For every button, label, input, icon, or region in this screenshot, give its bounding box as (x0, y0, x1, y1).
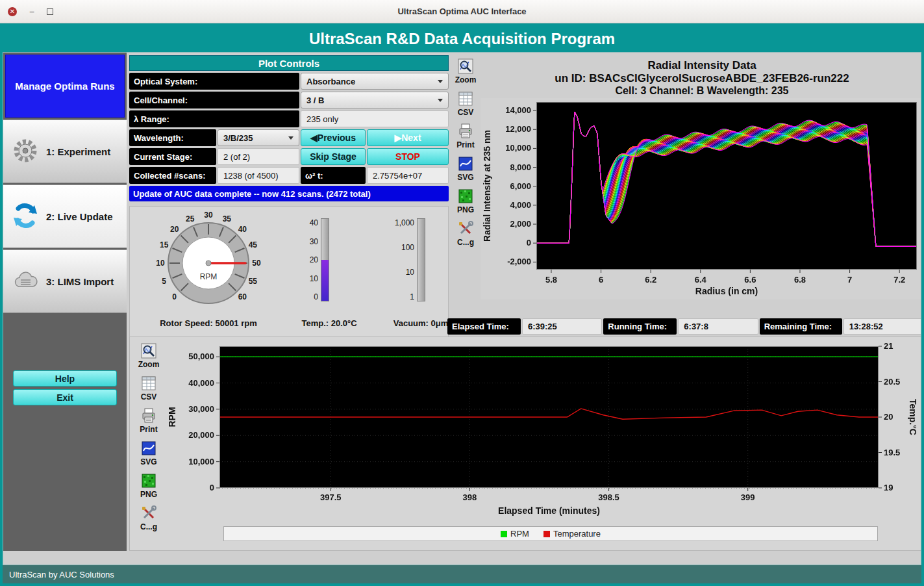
optical-system-select[interactable]: Absorbance (301, 73, 449, 90)
main-content: Manage Optima Runs 1: Experiment (3, 52, 921, 565)
rpm-dial-tick: 20 (170, 225, 179, 234)
omega2t-value: 2.75754e+07 (367, 167, 449, 184)
close-icon[interactable]: ✕ (8, 7, 17, 16)
rpm-swatch (501, 531, 507, 537)
collected-scans-label: Collected #scans: (129, 167, 216, 184)
legend-label: RPM (510, 529, 529, 539)
sidebar-item-label: 3: LIMS Import (46, 276, 114, 287)
rpm-plot-canvas[interactable] (166, 341, 916, 518)
previous-button[interactable]: ◀Previous (301, 129, 366, 146)
csv-button[interactable]: CSV (451, 90, 481, 117)
os-titlebar: ✕ – UltraScan Optima AUC Interface (0, 0, 924, 23)
rpm-dial-tick: 55 (249, 277, 258, 286)
rpm-dial-tick: 50 (252, 259, 261, 268)
rpm-plot-toolbar: Zoom CSV Print (134, 342, 164, 531)
tool-label: Print (451, 140, 481, 149)
running-time-label: Running Time: (603, 318, 677, 335)
status-bar: UltraScan by AUC Solutions (3, 565, 921, 583)
status-bar-text: UltraScan by AUC Solutions (9, 570, 114, 580)
manage-optima-runs-button[interactable]: Manage Optima Runs (5, 55, 125, 118)
chart-title: Radial Intensity Data (481, 59, 921, 72)
help-button[interactable]: Help (13, 370, 117, 387)
print-button[interactable]: Print (451, 123, 481, 149)
cell-channel-value: 3 / B (306, 96, 324, 105)
refresh-icon (11, 201, 40, 232)
csv-button[interactable]: CSV (134, 375, 164, 401)
rpm-dial-tick: 5 (162, 277, 166, 286)
vacuum-tick: 1,000 (390, 218, 414, 227)
chart-run-id: un ID: BSACsClGlycerolSucroseABDE_23FEB2… (481, 72, 921, 85)
chevron-down-icon (438, 99, 443, 102)
window-title: UltraScan Optima AUC Interface (397, 6, 526, 16)
tool-label: Zoom (134, 360, 164, 369)
radial-plot-canvas[interactable] (481, 98, 921, 299)
zoom-button[interactable]: Zoom (134, 342, 164, 369)
chevron-down-icon (288, 136, 293, 140)
radial-plot-toolbar: Zoom CSV Print SVG (451, 58, 481, 247)
current-stage-label: Current Stage: (129, 148, 216, 165)
tool-label: SVG (451, 173, 481, 182)
sidebar-item-experiment[interactable]: 1: Experiment (3, 120, 127, 183)
stop-button[interactable]: STOP (367, 148, 449, 165)
gear-icon (11, 136, 40, 167)
svg-button[interactable]: SVG (134, 440, 164, 466)
svg-button[interactable]: SVG (451, 155, 481, 182)
exit-button[interactable]: Exit (13, 389, 117, 405)
next-button[interactable]: ▶Next (367, 129, 449, 146)
sidebar-item-label: 2: Live Update (46, 211, 113, 222)
rpm-dial-label: RPM (200, 272, 218, 281)
temp-gauge-fill (321, 260, 329, 301)
print-button[interactable]: Print (134, 407, 164, 434)
legend-label: Temperature (553, 529, 601, 539)
rpm-dial-tick: 30 (204, 210, 213, 220)
temperature-gauge: 40 30 20 10 0 (293, 218, 329, 301)
rpm-dial-tick: 40 (238, 225, 247, 234)
temp-tick: 10 (293, 274, 318, 283)
optical-system-value: Absorbance (306, 77, 355, 86)
csv-icon (457, 90, 474, 107)
png-icon (140, 472, 157, 489)
png-button[interactable]: PNG (134, 472, 164, 499)
config-button[interactable]: C...g (451, 220, 481, 247)
zoom-button[interactable]: Zoom (451, 58, 481, 84)
app-header: UltraScan R&D Data Acquisition Program (3, 26, 921, 52)
rpm-dial-tick: 25 (186, 214, 195, 223)
minimize-icon[interactable]: – (27, 7, 36, 16)
sidebar-item-live-update[interactable]: 2: Live Update (3, 185, 127, 248)
sidebar-item-label: 1: Experiment (46, 146, 110, 157)
skip-stage-button[interactable]: Skip Stage (301, 148, 366, 165)
wavelength-select[interactable]: 3/B/235 (218, 129, 299, 146)
sidebar-item-lims-import[interactable]: 3: LIMS Import (3, 249, 127, 313)
temperature-swatch (543, 531, 550, 537)
plot-controls-title: Plot Controls (129, 55, 449, 71)
rpm-gauge: RPM 051015202530354045505560 (153, 208, 264, 321)
vacuum-tick: 10 (390, 268, 414, 277)
rpm-dial-tick: 15 (160, 240, 169, 249)
plot-controls-panel: Plot Controls Optical System: Absorbance… (129, 55, 449, 201)
collected-scans-value: 1238 (of 4500) (218, 167, 299, 184)
running-time-value: 6:37:8 (678, 318, 758, 335)
optical-system-label: Optical System: (129, 73, 299, 90)
wavelength-value: 3/B/235 (223, 133, 253, 143)
lambda-range-label: λ Range: (129, 110, 299, 127)
temp-gauge-bar (321, 218, 329, 301)
rpm-dial-tick: 0 (172, 292, 177, 301)
temp-tick: 0 (293, 292, 318, 301)
temp-tick: 30 (293, 237, 318, 246)
config-button[interactable]: C...g (134, 505, 164, 531)
png-icon (457, 188, 474, 205)
rpm-dial-tick: 60 (238, 292, 247, 301)
tool-label: CSV (451, 108, 481, 117)
lambda-range-value: 235 only (301, 110, 449, 127)
svg-icon (140, 440, 157, 457)
status-message: Update of AUC data complete -- now 412 s… (129, 186, 449, 201)
app-window: UltraScan R&D Data Acquisition Program M… (0, 23, 924, 586)
maximize-icon[interactable] (47, 8, 53, 15)
chart-cell-info: Cell: 3 Channel: B Wavelength: 235 (481, 85, 921, 97)
tool-label: PNG (134, 490, 164, 499)
png-button[interactable]: PNG (451, 188, 481, 214)
tool-label: Print (134, 425, 164, 434)
print-icon (140, 407, 157, 424)
vacuum-gauge: 1,000 100 10 1 (390, 218, 425, 301)
cell-channel-select[interactable]: 3 / B (301, 92, 449, 108)
